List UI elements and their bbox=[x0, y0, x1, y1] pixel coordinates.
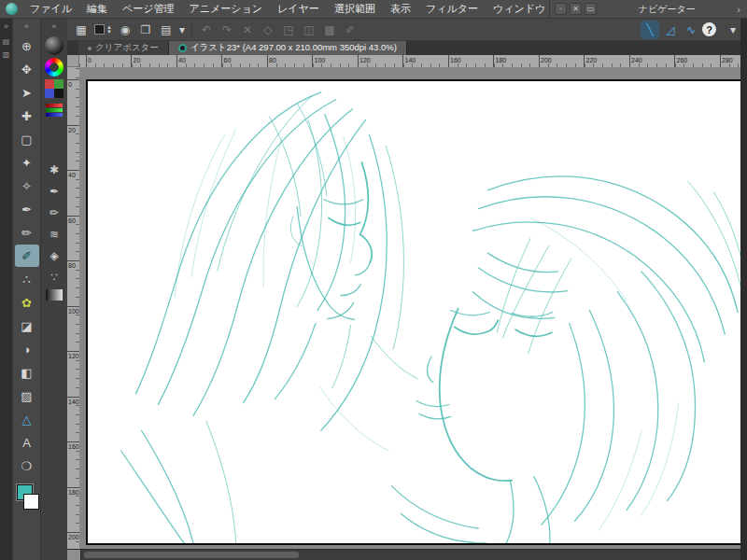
figure-tool[interactable]: △ bbox=[15, 408, 39, 430]
menu-item[interactable]: 表示 bbox=[383, 0, 418, 18]
ruler-label: 0 bbox=[68, 81, 72, 88]
menu-item[interactable]: ウィンドウ bbox=[486, 0, 553, 18]
menu-item[interactable]: レイヤー bbox=[270, 0, 327, 18]
sketch-artwork bbox=[88, 81, 740, 543]
commandbar-overflow-icon[interactable]: ▾ bbox=[724, 21, 742, 39]
layer-move-tool[interactable]: ✚ bbox=[15, 105, 39, 127]
settings-icon[interactable]: ✱ bbox=[45, 161, 63, 179]
airbrush-tool[interactable]: ∴ bbox=[15, 268, 39, 290]
page-manager-icon[interactable]: ❐ bbox=[136, 21, 155, 39]
canvas-viewport bbox=[79, 67, 740, 549]
zoom-tool[interactable]: ⊕ bbox=[15, 35, 39, 57]
text-tool[interactable]: A bbox=[15, 431, 39, 454]
eraser-tool[interactable]: ◪ bbox=[15, 315, 39, 337]
ruler-label: 140 bbox=[405, 57, 416, 63]
eyedropper-tool[interactable]: ✧ bbox=[15, 175, 39, 197]
operation-tool[interactable]: ➤ bbox=[15, 81, 39, 104]
subtool-drops-icon[interactable]: ∵ bbox=[45, 268, 63, 287]
navigator-panel-header: ◦✕▭ ナビゲーター › bbox=[549, 0, 747, 19]
subtool-marker-icon[interactable]: ✏ bbox=[45, 203, 63, 222]
undo-icon[interactable]: ↶ bbox=[197, 21, 216, 39]
right-dock-strip[interactable] bbox=[740, 19, 747, 560]
chevron-right-icon[interactable]: › bbox=[737, 4, 742, 15]
ruler-label: 80 bbox=[68, 262, 76, 269]
menu-item[interactable]: フィルター bbox=[418, 0, 486, 18]
clip-studio-window: ファイル編集ページ管理アニメーションレイヤー選択範囲表示フィルターウィンドウヘル… bbox=[0, 0, 747, 560]
panel-pin-icon[interactable]: ◦ bbox=[555, 3, 567, 15]
color-swatches bbox=[15, 484, 39, 514]
fill-tool[interactable]: ◧ bbox=[15, 361, 39, 384]
panel-close-icon[interactable]: ✕ bbox=[570, 3, 582, 15]
ruler-label: 120 bbox=[68, 353, 79, 359]
selection-tool[interactable]: ▢ bbox=[15, 128, 39, 150]
straight-line-icon[interactable]: ╲ bbox=[641, 21, 659, 39]
ruler-label: 200 bbox=[68, 534, 79, 540]
pen-tool[interactable]: ✒ bbox=[15, 198, 39, 220]
snap-icon[interactable]: ◫ bbox=[300, 21, 318, 39]
clear-icon[interactable]: ✕ bbox=[238, 21, 257, 39]
separator bbox=[191, 23, 192, 36]
mini-panel2-icon[interactable]: ▥ bbox=[1, 49, 11, 60]
subtool-list: ✱✒✏≋◈∵ bbox=[41, 161, 67, 287]
ruler-label: 60 bbox=[224, 57, 232, 63]
curve-icon[interactable]: ∿ bbox=[682, 21, 700, 39]
menu-item[interactable]: 選択範囲 bbox=[327, 0, 383, 18]
workspace-grid-icon[interactable]: ▦ bbox=[72, 21, 91, 39]
decoration-tool[interactable]: ✿ bbox=[15, 291, 39, 314]
mini-panel-icon[interactable]: ▤ bbox=[1, 36, 11, 47]
subtool-diamond-icon[interactable]: ◈ bbox=[45, 246, 63, 265]
clip-studio-icon[interactable]: ◉ bbox=[116, 21, 134, 39]
color-set-icon[interactable] bbox=[45, 79, 63, 98]
menu-item[interactable]: アニメーション bbox=[182, 0, 271, 18]
redo-icon[interactable]: ↷ bbox=[218, 21, 236, 39]
menu-item[interactable]: ファイル bbox=[22, 0, 79, 18]
blend-tool[interactable]: ◑ bbox=[15, 338, 39, 360]
ruler-label: 160 bbox=[68, 443, 79, 450]
tab-clear-poster[interactable]: クリアポスター bbox=[78, 41, 169, 55]
brush-tool[interactable]: ✐ bbox=[15, 245, 39, 267]
sub-color-swatch[interactable] bbox=[23, 494, 39, 510]
panel-minimize-icon[interactable]: ▭ bbox=[585, 3, 597, 15]
ruler-label: 100 bbox=[315, 57, 326, 63]
ruler-label: 120 bbox=[359, 57, 371, 63]
balloon-tool[interactable]: ❍ bbox=[15, 455, 39, 477]
strip-expand-button[interactable]: » bbox=[0, 19, 12, 34]
ruler-label: 220 bbox=[586, 57, 598, 63]
pencil-tool[interactable]: ✏ bbox=[15, 221, 39, 244]
subtool-waves-icon[interactable]: ≋ bbox=[45, 225, 63, 244]
help-button[interactable]: ? bbox=[702, 22, 716, 36]
pan-tool[interactable]: ✥ bbox=[15, 58, 39, 80]
color-slider-icon[interactable] bbox=[45, 101, 63, 119]
spacer bbox=[41, 122, 67, 158]
auto-select-tool[interactable]: ✦ bbox=[15, 151, 39, 174]
polyline-icon[interactable]: ◿ bbox=[661, 21, 680, 39]
menu-item[interactable]: 編集 bbox=[79, 0, 115, 18]
tool-palette-collapse[interactable]: « bbox=[13, 19, 40, 34]
ruler-label: 140 bbox=[68, 399, 79, 405]
material-sphere-icon[interactable] bbox=[45, 36, 63, 55]
ruler-label: 20 bbox=[134, 57, 141, 63]
grid-snap-icon[interactable]: ▩ bbox=[320, 21, 339, 39]
subtool-palette-collapse[interactable]: « bbox=[41, 19, 67, 34]
subtool-pen-icon[interactable]: ✒ bbox=[45, 182, 63, 201]
new-page-icon[interactable]: ▤ bbox=[157, 21, 176, 39]
gradient-sample-icon[interactable] bbox=[46, 289, 63, 301]
scrollbar-corner-button[interactable] bbox=[67, 550, 81, 560]
crop-icon[interactable]: ◳ bbox=[279, 21, 298, 39]
h-scrollbar-thumb[interactable] bbox=[84, 552, 299, 558]
tab-illust23[interactable]: イラスト23* (A4 297.00 x 210.00mm 350dpi 43.… bbox=[169, 41, 407, 55]
navigator-controls: ◦✕▭ bbox=[555, 3, 597, 15]
h-scrollbar bbox=[67, 549, 740, 560]
ruler-label: 180 bbox=[496, 57, 507, 63]
canvas[interactable] bbox=[86, 79, 740, 545]
swatch-stepper[interactable]: ▲▼ bbox=[92, 24, 114, 35]
page-dropdown-icon[interactable]: ▾ bbox=[177, 21, 187, 39]
menu-item[interactable]: ページ管理 bbox=[115, 0, 182, 18]
stepper-swatch bbox=[94, 24, 105, 35]
gradient-tool[interactable]: ▨ bbox=[15, 385, 39, 407]
deselect-icon[interactable]: ◇ bbox=[259, 21, 277, 39]
tab-dot-icon bbox=[88, 47, 92, 50]
ruler-snap-icon[interactable]: ✐ bbox=[341, 21, 359, 39]
ruler-label: 100 bbox=[68, 308, 79, 315]
color-wheel-icon[interactable] bbox=[45, 58, 63, 77]
